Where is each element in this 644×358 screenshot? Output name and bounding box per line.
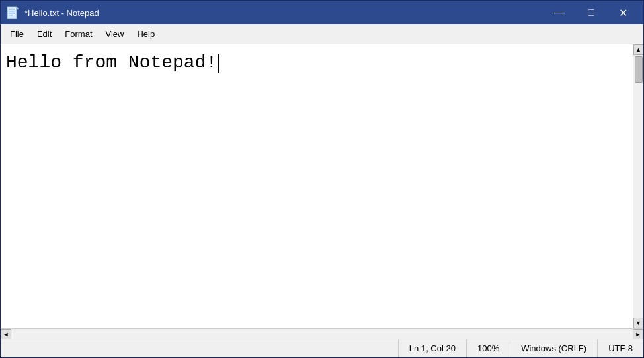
status-bar: Ln 1, Col 20 100% Windows (CRLF) UTF-8 [1,339,643,357]
svg-rect-3 [9,13,15,13]
menu-item-format[interactable]: Format [58,26,99,42]
scroll-right-button[interactable]: ► [633,329,643,339]
maximize-button[interactable]: □ [576,3,606,22]
menu-bar: File Edit Format View Help [1,24,643,44]
scroll-down-button[interactable]: ▼ [633,318,644,328]
title-bar: *Hello.txt - Notepad — □ ✕ [1,1,643,24]
scroll-thumb-y[interactable] [635,56,643,83]
scroll-track-y[interactable] [633,55,643,318]
scroll-up-button[interactable]: ▲ [633,44,644,55]
horizontal-scrollbar: ◄ ► [1,328,643,339]
title-bar-left: *Hello.txt - Notepad [6,6,99,19]
menu-item-view[interactable]: View [99,26,131,42]
menu-item-help[interactable]: Help [130,26,161,42]
notepad-app-icon [6,6,19,19]
encoding: UTF-8 [597,339,643,357]
window-title: *Hello.txt - Notepad [24,8,99,18]
scroll-track-x[interactable] [11,329,633,339]
svg-rect-4 [9,15,13,15]
editor-area: Hello from Notepad! [1,44,633,328]
svg-marker-5 [17,7,19,9]
close-button[interactable]: ✕ [608,3,638,22]
minimize-button[interactable]: — [544,3,575,22]
text-editor[interactable]: Hello from Notepad! [1,44,633,328]
bottom-area: ◄ ► Ln 1, Col 20 100% Windows (CRLF) UTF… [1,328,643,357]
svg-rect-1 [9,9,15,9]
scroll-left-button[interactable]: ◄ [1,329,11,339]
editor-container: Hello from Notepad! ▲ ▼ [1,44,643,328]
cursor-position: Ln 1, Col 20 [398,339,466,357]
svg-rect-2 [9,11,15,11]
editor-text: Hello from Notepad! [6,52,217,73]
line-ending: Windows (CRLF) [510,339,597,357]
text-cursor [218,54,219,73]
notepad-window: *Hello.txt - Notepad — □ ✕ File Edit For… [0,0,644,358]
vertical-scrollbar: ▲ ▼ [633,44,643,328]
menu-item-file[interactable]: File [3,26,30,42]
zoom-level: 100% [466,339,510,357]
menu-item-edit[interactable]: Edit [30,26,58,42]
title-bar-controls: — □ ✕ [544,3,638,22]
